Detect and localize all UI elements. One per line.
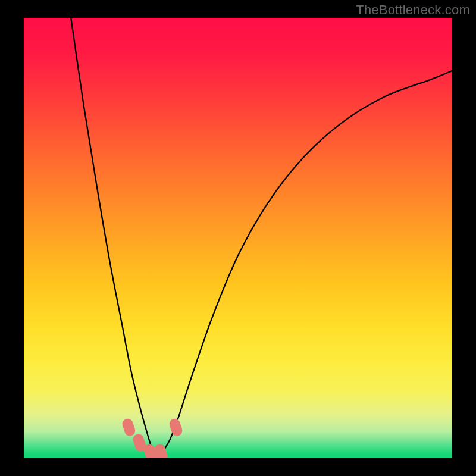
- chart-frame: TheBottleneck.com: [0, 0, 476, 476]
- curve-markers: [121, 417, 183, 458]
- bottleneck-curve: [71, 18, 452, 456]
- plot-area: [24, 18, 452, 458]
- curve-marker: [168, 417, 183, 437]
- curve-marker: [121, 417, 136, 437]
- chart-svg: [24, 18, 452, 458]
- watermark-text: TheBottleneck.com: [356, 2, 470, 18]
